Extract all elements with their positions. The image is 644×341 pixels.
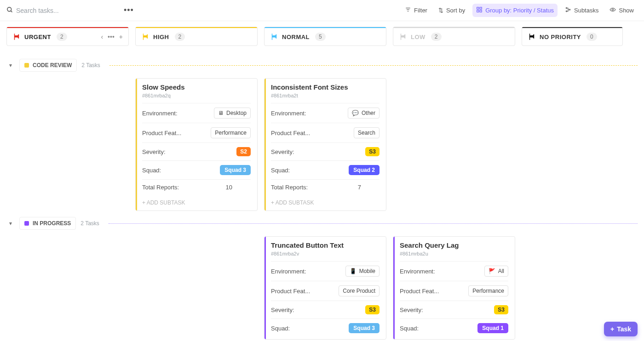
severity-badge[interactable]: S3 <box>365 147 380 156</box>
environment-chip[interactable]: 🖥 Desktop <box>214 108 251 119</box>
flag-icon <box>12 33 21 41</box>
column-title: NORMAL <box>282 34 310 40</box>
task-card[interactable]: Inconsistent Font Sizes #861mrba2t Envir… <box>264 78 386 211</box>
field-label-severity: Severity: <box>142 148 166 155</box>
new-task-button[interactable]: + Task <box>604 322 638 336</box>
field-label-feature: Product Feat... <box>400 288 439 295</box>
severity-badge[interactable]: S3 <box>365 305 380 314</box>
svg-point-10 <box>566 11 567 11</box>
sort-button[interactable]: ⇅ Sort by <box>435 4 469 17</box>
column-urgent[interactable]: URGENT 2 ‹ ••• + <box>6 27 129 46</box>
column-count: 5 <box>315 33 326 41</box>
topbar: ••• Filter ⇅ Sort by Group by: Priority … <box>0 0 644 21</box>
lane-collapse-icon[interactable]: ▾ <box>6 220 15 227</box>
show-button[interactable]: Show <box>606 4 638 17</box>
desktop-icon: 🖥 <box>218 110 224 116</box>
plus-icon: + <box>610 325 614 333</box>
search-icon <box>6 6 13 15</box>
field-label-feature: Product Feat... <box>271 130 310 136</box>
environment-chip[interactable]: 💬 Other <box>348 108 380 119</box>
field-label-environment: Environment: <box>400 268 435 275</box>
environment-chip[interactable]: 🚩 All <box>484 266 508 277</box>
flag-icon <box>270 33 278 41</box>
field-label-total-reports: Total Reports: <box>271 184 308 191</box>
feature-chip[interactable]: Core Product <box>339 285 380 296</box>
svg-rect-7 <box>477 10 479 12</box>
total-reports-value: 10 <box>226 184 232 191</box>
lane-collapse-icon[interactable]: ▾ <box>6 62 15 68</box>
lane-chip[interactable]: IN PROGRESS <box>19 217 76 230</box>
lane-count: 2 Tasks <box>80 220 99 227</box>
squad-badge[interactable]: Squad 2 <box>349 165 380 175</box>
filter-icon <box>405 6 411 14</box>
column-low[interactable]: LOW 2 <box>393 27 515 46</box>
column-normal[interactable]: NORMAL 5 <box>264 27 386 46</box>
status-dot-icon <box>24 63 29 68</box>
flag-icon <box>141 33 150 41</box>
lane-code-review: ▾ CODE REVIEW 2 Tasks Slow Speeds #861mr… <box>0 59 644 207</box>
svg-point-0 <box>7 7 12 11</box>
field-label-feature: Product Feat... <box>142 130 181 136</box>
column-add-icon[interactable]: + <box>119 33 123 40</box>
status-dot-icon <box>24 221 29 226</box>
search-input[interactable] <box>16 7 117 14</box>
severity-badge[interactable]: S3 <box>494 305 508 314</box>
card-id: #861mrba2v <box>271 251 380 256</box>
card-title: Search Query Lag <box>400 241 508 249</box>
add-subtask-button[interactable]: + ADD SUBTASK <box>271 195 380 209</box>
subtasks-button[interactable]: Subtasks <box>561 4 602 17</box>
column-nopriority[interactable]: NO PRIORITY 0 <box>522 27 623 46</box>
column-count: 2 <box>175 33 185 41</box>
column-title: LOW <box>411 34 426 40</box>
column-title: NO PRIORITY <box>540 34 581 40</box>
column-title: HIGH <box>153 34 169 40</box>
svg-point-9 <box>566 7 567 8</box>
svg-rect-8 <box>480 10 482 12</box>
feature-chip[interactable]: Search <box>354 127 380 138</box>
task-card[interactable]: Truncated Button Text #861mrba2v Environ… <box>264 236 386 340</box>
feature-chip[interactable]: Performance <box>468 285 508 296</box>
top-more-icon[interactable]: ••• <box>121 4 137 17</box>
card-id: #861mrba2u <box>400 251 508 256</box>
task-card[interactable]: Search Query Lag #861mrba2u Environment:… <box>393 236 515 340</box>
column-prev-icon[interactable]: ‹ <box>101 33 103 40</box>
filter-button[interactable]: Filter <box>401 4 431 17</box>
field-label-environment: Environment: <box>271 110 306 117</box>
column-more-icon[interactable]: ••• <box>108 33 115 40</box>
mobile-icon: 📱 <box>350 268 356 274</box>
lane-count: 2 Tasks <box>81 62 100 68</box>
severity-badge[interactable]: S2 <box>236 147 251 156</box>
field-label-severity: Severity: <box>400 307 423 313</box>
column-count: 2 <box>431 33 442 41</box>
squad-badge[interactable]: Squad 3 <box>349 323 380 333</box>
sort-icon: ⇅ <box>438 7 443 14</box>
field-label-severity: Severity: <box>271 148 294 155</box>
add-subtask-button[interactable]: + ADD SUBTASK <box>142 195 251 209</box>
group-button[interactable]: Group by: Priority / Status <box>472 4 558 17</box>
group-icon <box>476 6 483 14</box>
squad-badge[interactable]: Squad 1 <box>477 323 508 333</box>
show-icon <box>610 6 616 14</box>
flag-icon: 🚩 <box>489 268 495 274</box>
lane-in-progress: ▾ IN PROGRESS 2 Tasks Truncated Button T… <box>0 217 644 337</box>
subtasks-label: Subtasks <box>574 7 598 14</box>
flag-icon <box>399 33 407 41</box>
card-id: #861mrba2t <box>271 93 380 98</box>
column-title: URGENT <box>24 34 51 40</box>
other-icon: 💬 <box>352 110 359 116</box>
total-reports-value: 7 <box>358 184 361 191</box>
task-card[interactable]: Slow Speeds #861mrba2q Environment: 🖥 De… <box>135 78 258 211</box>
column-high[interactable]: HIGH 2 <box>135 27 258 46</box>
environment-chip[interactable]: 📱 Mobile <box>345 266 380 277</box>
group-label: Group by: Priority / Status <box>485 7 554 14</box>
priority-columns: URGENT 2 ‹ ••• + HIGH 2 NORMAL 5 LOW <box>0 21 644 49</box>
lane-title: IN PROGRESS <box>33 220 71 227</box>
squad-badge[interactable]: Squad 3 <box>220 165 251 175</box>
svg-line-1 <box>11 11 12 12</box>
lane-title: CODE REVIEW <box>33 62 72 68</box>
feature-chip[interactable]: Performance <box>211 127 251 138</box>
subtasks-icon <box>565 6 571 14</box>
new-task-label: Task <box>617 325 631 333</box>
lane-chip[interactable]: CODE REVIEW <box>19 59 77 72</box>
filter-label: Filter <box>414 7 427 14</box>
